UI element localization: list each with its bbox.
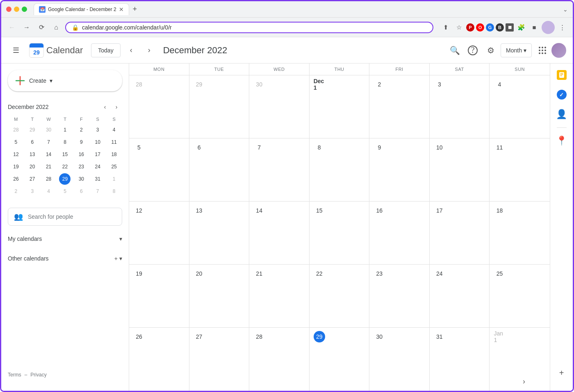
mini-day-today[interactable]: 29 bbox=[59, 173, 71, 185]
google-icon[interactable]: G bbox=[486, 23, 494, 32]
cell-day-number[interactable]: 25 bbox=[494, 268, 505, 279]
calendar-cell[interactable]: 23 bbox=[369, 265, 430, 327]
cell-day-number[interactable]: 24 bbox=[434, 268, 445, 279]
browser-menu-icon[interactable]: ⋮ bbox=[556, 22, 568, 33]
search-people-button[interactable]: 👥 Search for people bbox=[8, 208, 122, 226]
calendar-cell[interactable]: 9 bbox=[369, 138, 430, 201]
active-tab[interactable]: 📅 Google Calendar - December 2 ✕ bbox=[34, 3, 129, 15]
home-button[interactable]: ⌂ bbox=[50, 22, 62, 33]
calendar-cell[interactable]: 14 bbox=[249, 202, 310, 264]
mini-day[interactable]: 19 bbox=[10, 161, 22, 172]
calendar-cell[interactable]: 28 bbox=[249, 328, 310, 391]
cell-day-number[interactable]: 6 bbox=[194, 142, 205, 153]
calendar-cell[interactable]: 26 bbox=[129, 328, 189, 391]
calendar-cell[interactable]: 5 bbox=[129, 138, 189, 201]
apps-button[interactable] bbox=[533, 42, 550, 59]
calendar-cell[interactable]: 20 bbox=[189, 265, 250, 327]
calendar-cell[interactable]: Dec 1 bbox=[310, 75, 370, 138]
mini-day[interactable]: 2 bbox=[10, 186, 22, 197]
mini-day[interactable]: 5 bbox=[10, 136, 22, 148]
mini-day[interactable]: 28 bbox=[43, 173, 55, 185]
mini-day[interactable]: 24 bbox=[92, 161, 103, 172]
cell-day-number-today[interactable]: 29 bbox=[314, 331, 325, 342]
next-month-button[interactable]: › bbox=[142, 43, 157, 58]
forward-button[interactable]: → bbox=[21, 22, 32, 33]
calendar-cell[interactable]: 12 bbox=[129, 202, 189, 264]
cell-day-number[interactable]: 14 bbox=[253, 205, 265, 216]
calendar-cell[interactable]: 31 bbox=[430, 328, 490, 391]
calendar-cell[interactable]: 11 bbox=[490, 138, 550, 201]
create-button[interactable]: Create ▾ bbox=[8, 70, 122, 91]
help-button[interactable]: ? bbox=[465, 42, 481, 59]
calendar-cell[interactable]: 30 bbox=[369, 328, 430, 391]
cell-day-number[interactable]: 29 bbox=[194, 79, 205, 90]
cell-day-number[interactable]: 31 bbox=[434, 331, 445, 342]
calendar-cell[interactable]: 7 bbox=[249, 138, 310, 201]
mini-day[interactable]: 30 bbox=[75, 173, 87, 185]
today-button[interactable]: Today bbox=[91, 43, 120, 57]
my-calendars-header[interactable]: My calendars ▾ bbox=[8, 232, 122, 245]
calendar-cell[interactable]: 25 bbox=[490, 265, 550, 327]
address-bar-input[interactable] bbox=[82, 24, 427, 31]
calendar-cell[interactable]: 21 bbox=[249, 265, 310, 327]
cell-day-number[interactable]: 30 bbox=[253, 79, 265, 90]
calendar-cell[interactable]: 15 bbox=[310, 202, 370, 264]
mini-day[interactable]: 20 bbox=[27, 161, 38, 172]
contacts-sidebar-button[interactable]: 👤 bbox=[554, 106, 570, 122]
cell-day-number[interactable]: Jan 1 bbox=[494, 331, 505, 342]
pocket-icon[interactable]: P bbox=[466, 23, 474, 32]
prev-month-button[interactable]: ‹ bbox=[124, 43, 139, 58]
mini-day[interactable]: 25 bbox=[108, 161, 120, 172]
calendar-cell[interactable]: 10 bbox=[430, 138, 490, 201]
scroll-right-arrow[interactable]: › bbox=[523, 377, 525, 386]
cell-day-number[interactable]: 30 bbox=[374, 331, 385, 342]
mini-day[interactable]: 17 bbox=[92, 149, 103, 160]
calendar-cell[interactable]: 2 bbox=[369, 75, 430, 138]
maps-sidebar-button[interactable]: 📍 bbox=[554, 133, 570, 149]
cell-day-number[interactable]: 7 bbox=[253, 142, 265, 153]
mini-day[interactable]: 4 bbox=[43, 186, 55, 197]
terms-link[interactable]: Terms bbox=[8, 372, 21, 378]
mini-day[interactable]: 31 bbox=[92, 173, 103, 185]
browser-user-avatar[interactable] bbox=[542, 21, 555, 34]
calendar-cell[interactable]: 18 bbox=[490, 202, 550, 264]
mini-day[interactable]: 23 bbox=[75, 161, 87, 172]
mini-cal-prev-button[interactable]: ‹ bbox=[99, 101, 111, 113]
opera-icon[interactable]: O bbox=[476, 23, 484, 32]
user-avatar[interactable] bbox=[551, 43, 566, 58]
mini-day[interactable]: 8 bbox=[108, 186, 120, 197]
cell-day-number[interactable]: 9 bbox=[374, 142, 385, 153]
other-calendars-header[interactable]: Other calendars + ▾ bbox=[8, 252, 122, 265]
cell-day-number[interactable]: 3 bbox=[434, 79, 445, 90]
bookmark-icon[interactable]: ☆ bbox=[453, 22, 465, 33]
calendar-cell[interactable]: 13 bbox=[189, 202, 250, 264]
cell-day-number[interactable]: 12 bbox=[133, 205, 145, 216]
calendar-cell[interactable]: 29 bbox=[189, 75, 250, 138]
calendar-cell[interactable]: 29 bbox=[310, 328, 370, 391]
mini-day[interactable]: 1 bbox=[59, 124, 71, 136]
cell-day-number[interactable]: 21 bbox=[253, 268, 265, 279]
cell-day-number[interactable]: 22 bbox=[314, 268, 325, 279]
mini-day[interactable]: 4 bbox=[108, 124, 120, 136]
cell-day-number[interactable]: 20 bbox=[194, 268, 205, 279]
add-sidebar-button[interactable]: + bbox=[554, 365, 570, 381]
tasks-sidebar-button[interactable]: ✓ bbox=[554, 86, 570, 103]
cell-day-number[interactable]: 10 bbox=[434, 142, 445, 153]
cell-day-number[interactable]: 19 bbox=[133, 268, 145, 279]
view-selector[interactable]: Month ▾ bbox=[501, 43, 532, 57]
cell-day-number[interactable]: 28 bbox=[253, 331, 265, 342]
mini-day[interactable]: 7 bbox=[92, 186, 103, 197]
other-calendars-add-icon[interactable]: + bbox=[114, 255, 118, 262]
share-icon[interactable]: ⬆ bbox=[440, 22, 451, 33]
cell-day-number[interactable]: 16 bbox=[374, 205, 385, 216]
mini-day[interactable]: 3 bbox=[92, 124, 103, 136]
mini-day[interactable]: 30 bbox=[43, 124, 55, 136]
calendar-cell[interactable]: 22 bbox=[310, 265, 370, 327]
cell-day-number[interactable]: 15 bbox=[314, 205, 325, 216]
tab-close-button[interactable]: ✕ bbox=[119, 6, 124, 13]
calendar-cell[interactable]: Jan 1 bbox=[490, 328, 550, 391]
mini-day[interactable]: 13 bbox=[27, 149, 38, 160]
calendar-cell[interactable]: 19 bbox=[129, 265, 189, 327]
mini-day[interactable]: 2 bbox=[75, 124, 87, 136]
mini-day[interactable]: 28 bbox=[10, 124, 22, 136]
